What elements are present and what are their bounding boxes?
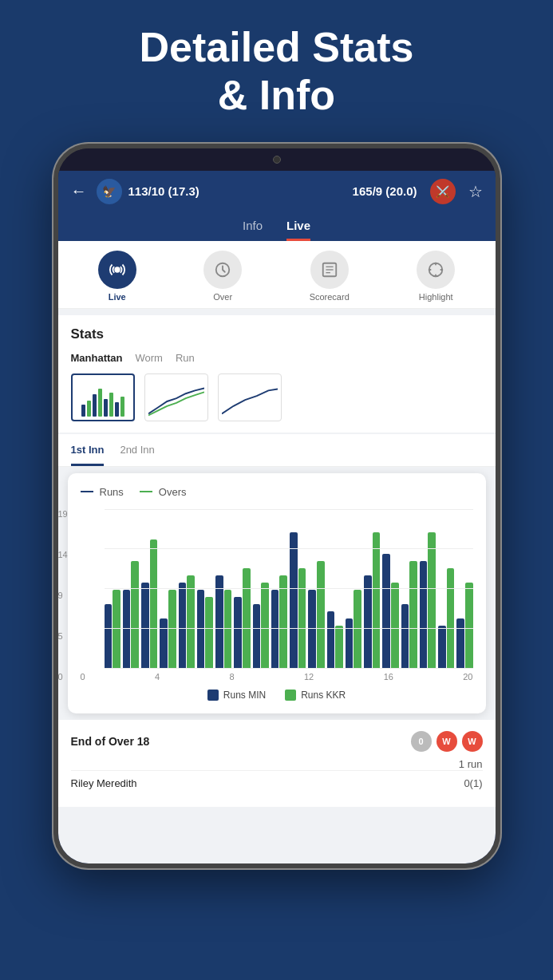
badge-w2: W [462,731,483,752]
green-bar-11 [317,561,325,669]
green-bar-16 [409,561,417,669]
blue-bar-12 [327,611,335,669]
inn-tab-2nd[interactable]: 2nd Inn [120,444,154,466]
green-bar-19 [465,583,473,669]
runs-kkr-legend: Runs KKR [285,690,346,701]
bar-group-10 [290,532,306,669]
green-bar-1 [131,561,139,669]
blue-bar-8 [253,604,261,669]
bar-group-16 [401,561,417,669]
bar-group-11 [308,561,324,669]
bar-group-17 [420,532,436,669]
green-bar-9 [279,575,287,669]
blue-bar-7 [234,597,242,669]
live-tab-label: Live [109,292,126,302]
green-bar-14 [373,532,381,669]
overs-legend: Overs [140,486,187,498]
phone-frame: ← 🦅 113/10 (17.3) 165/9 (20.0) ⚔️ ☆ Info… [53,144,500,868]
icon-tab-over[interactable]: Over [203,251,242,302]
bar-group-1 [123,561,139,669]
chart-type-worm[interactable]: Worm [136,352,163,364]
bar-group-12 [327,611,343,669]
chart-type-tabs: Manhattan Worm Run [71,352,483,364]
runs-legend: Runs [81,486,124,498]
bar-group-4 [179,575,195,669]
bar-chart-wrapper: 19 14 9 5 0 [81,509,473,682]
highlight-icon-circle [417,251,455,289]
blue-bar-13 [346,618,354,669]
manhattan-thumb[interactable] [71,373,135,421]
page-title: Detailed Stats & Info [16,24,537,120]
scorecard-tab-label: Scorecard [310,292,350,302]
over-badges: 0 W W [411,731,483,752]
blue-bar-0 [105,604,113,669]
over-title: End of Over 18 [71,735,150,748]
badge-0: 0 [411,731,432,752]
icon-tab-highlight[interactable]: Highlight [417,251,455,302]
over-icon-circle [203,251,242,289]
blue-bar-1 [123,590,131,669]
main-area: Live Over [58,241,496,863]
camera-notch [273,156,281,164]
blue-bar-19 [456,618,464,669]
player-row: Riley Meredith 0(1) [71,770,483,796]
tab-info[interactable]: Info [243,219,263,241]
blue-bar-15 [382,554,390,669]
blue-bar-4 [179,583,187,669]
green-bar-5 [205,597,213,669]
bar-chart-area [105,509,473,669]
bar-group-15 [382,554,398,669]
tab-live[interactable]: Live [286,219,310,241]
green-bar-15 [391,583,399,669]
team1-score: 113/10 (17.3) [128,184,346,198]
badge-w1: W [436,731,457,752]
chart-bars [105,509,473,669]
bar-group-18 [438,568,454,669]
chart-type-manhattan[interactable]: Manhattan [71,352,123,364]
stats-title: Stats [71,326,483,342]
green-bar-13 [354,590,361,669]
bar-group-3 [160,590,176,669]
phone-mockup: ← 🦅 113/10 (17.3) 165/9 (20.0) ⚔️ ☆ Info… [0,144,553,868]
bar-group-9 [271,575,287,669]
icon-tab-live[interactable]: Live [98,251,136,302]
y-axis: 19 14 9 5 0 [58,509,68,682]
icon-tabs: Live Over [58,241,496,309]
highlight-tab-label: Highlight [419,292,453,302]
chart-thumbnails [71,373,483,421]
blue-bar-17 [420,561,428,669]
app-content: ← 🦅 113/10 (17.3) 165/9 (20.0) ⚔️ ☆ Info… [58,171,496,863]
green-bar-8 [261,583,269,669]
team2-logo: ⚔️ [430,179,456,204]
blue-bar-18 [438,626,446,669]
bar-group-5 [197,590,213,669]
main-tabs: Info Live [58,212,496,241]
green-bar-0 [113,590,120,669]
bar-group-6 [215,575,231,669]
favorite-button[interactable]: ☆ [468,182,483,201]
scorecard-icon-circle [310,251,349,289]
live-icon-circle [98,251,136,289]
over-header: End of Over 18 0 W W [71,731,483,752]
green-bar-12 [335,626,343,669]
back-button[interactable]: ← [71,182,87,200]
green-bar-2 [150,539,158,669]
green-bar-4 [187,575,195,669]
blue-bar-2 [141,583,149,669]
bar-group-13 [346,590,361,669]
inn-tab-1st[interactable]: 1st Inn [71,444,105,466]
over-runs: 1 run [71,758,483,770]
blue-bar-11 [308,590,316,669]
chart-type-run[interactable]: Run [176,352,195,364]
stats-section: Stats Manhattan Worm Run [58,315,496,433]
player-name: Riley Meredith [71,777,137,789]
icon-tab-scorecard[interactable]: Scorecard [310,251,350,302]
blue-bar-10 [290,532,298,669]
run-thumb[interactable] [218,373,282,421]
green-bar-17 [428,532,436,669]
blue-bar-9 [271,590,279,669]
worm-thumb[interactable] [144,373,208,421]
blue-bar-6 [215,575,223,669]
over-card: End of Over 18 0 W W 1 run Riley Meredit… [58,720,496,807]
phone-notch [58,148,496,171]
